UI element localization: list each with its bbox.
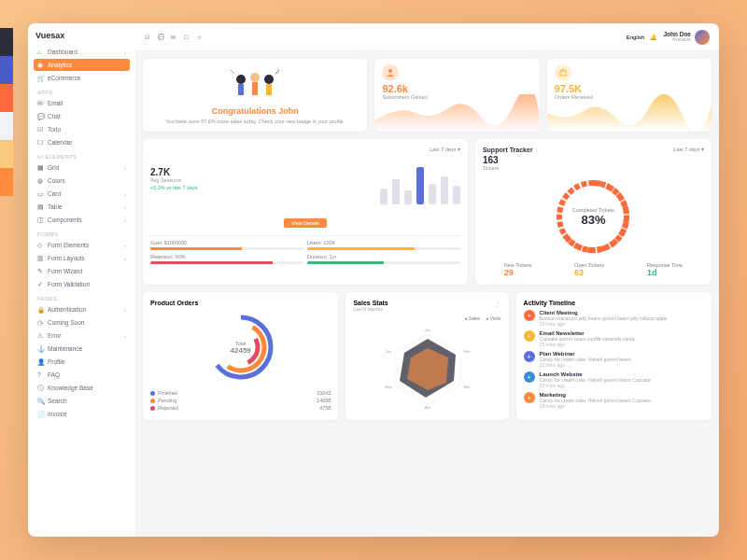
sidebar-item-components[interactable]: ◫Components› [34,214,130,226]
metric: Duration: 1yr [307,254,460,264]
orders-title: Product Orders [150,300,331,306]
timeline-dot-icon: + [524,330,535,342]
svg-line-6 [231,70,234,74]
tracker-tickets: 163 [483,155,704,165]
sidebar-item-invoice[interactable]: 📄Invoice [34,408,130,420]
svg-text:Jan: Jan [424,328,430,332]
timeline-item: +MarketingCandy ice cream cake. Halvah g… [524,392,704,409]
card-icon: ▭ [37,190,44,197]
mail-icon[interactable]: ✉ [171,34,178,41]
valid-icon: ✓ [37,281,44,287]
sidebar-item-calendar[interactable]: ☐Calendar [34,136,130,148]
metric: Users: 100K [307,240,460,250]
sidebar-item-profile[interactable]: 👤Profile [34,356,130,368]
sidebar-item-maintenance[interactable]: ⚓Maintenance [34,343,130,355]
svg-text:Jun: Jun [385,349,390,354]
avg-value: 2.7K [150,167,198,177]
anchor-icon: ⚓ [37,345,44,352]
home-icon: ⌂ [37,49,44,55]
legend-row: Finished23043 [150,390,331,396]
sidebar-item-email[interactable]: ✉Email [34,97,130,109]
sidebar-item-search[interactable]: 🔍Search [34,395,130,407]
sidebar-item-faq[interactable]: ?FAQ [34,369,130,381]
avg-bar-chart [380,158,460,204]
chat-icon[interactable]: 💬 [158,34,165,41]
activity-icon: ◉ [37,62,44,68]
sidebar-item-analytics[interactable]: ◉Analytics [34,59,130,71]
timeline-item: +Plan WebinarCandy ice cream cake. Halva… [524,351,704,368]
legend-row: Pending14658 [150,398,331,403]
orders-card: 97.5K Orders Received [547,59,712,132]
brand-logo: Vuesax [34,31,130,40]
user-menu[interactable]: John Doe Available [663,30,710,45]
sidebar: Vuesax ⌂Dashboard›◉Analytics🛒eCommerce A… [28,23,135,537]
chevron-icon: › [124,333,126,339]
sidebar-item-form-wizard[interactable]: ✎Form Wizard [34,265,130,277]
activity-timeline-card: Activity Timeline +Client MeetingBonbon … [516,292,712,420]
view-details-button[interactable]: View Details [284,218,327,228]
sidebar-item-authentication[interactable]: 🔒Authentication› [34,303,130,315]
timeline-dot-icon: + [524,351,535,362]
sidebar-item-form-layouts[interactable]: ▥Form Layouts› [34,252,130,264]
lock-icon: 🔒 [37,306,44,313]
sidebar-item-table[interactable]: ▤Table› [34,201,130,213]
svg-point-2 [250,73,260,82]
table-icon: ▤ [37,203,44,210]
sidebar-item-card[interactable]: ▭Card› [34,188,130,200]
sidebar-item-grid[interactable]: ▦Grid› [34,161,130,174]
chevron-icon: › [124,217,126,223]
congrats-title: Congratulations John [212,106,299,116]
grid-icon: ▦ [37,164,44,171]
gauge-value: 83% [581,213,605,227]
bell-icon[interactable]: 🔔 [650,34,657,41]
congrats-card: Congratulations John You have done 57.6%… [143,59,367,132]
package-icon [555,64,571,81]
section-label: PAGES [37,296,130,301]
sidebar-item-todo[interactable]: ☑Todo [34,123,130,135]
sidebar-item-form-elements[interactable]: ◇Form Elements› [34,239,130,251]
svg-rect-9 [560,71,566,76]
sidebar-item-error[interactable]: ⚠Error› [34,329,130,342]
help-icon: ? [37,371,44,378]
tracker-dropdown[interactable]: Last 7 days ▾ [673,147,704,153]
metric: Retention: 90% [150,254,303,264]
svg-point-4 [264,75,274,84]
sidebar-item-dashboard[interactable]: ⌂Dashboard› [34,46,130,58]
tracker-gauge: Completed Tickets 83% [551,175,635,259]
section-label: UI ELEMENTS [37,154,130,160]
orders-sparkline [547,94,712,132]
avg-dropdown[interactable]: Last 7 days ▾ [380,147,460,152]
sidebar-item-form-validation[interactable]: ✓Form Validation [34,278,130,290]
check-icon[interactable]: ☑ [145,34,152,41]
chevron-icon: › [124,256,126,261]
sidebar-item-coming-soon[interactable]: ◷Coming Soon [34,316,130,329]
orders-donut: Total 42459 [204,310,278,385]
sidebar-item-chat[interactable]: 💬Chat [34,110,130,122]
mail-icon: ✉ [37,100,44,106]
tracker-tickets-label: Tickets [483,165,704,171]
tracker-stat: Open Tickets63 [574,262,604,277]
product-orders-card: Product Orders Total 42459 Finished23043… [143,292,338,420]
search-icon: 🔍 [37,398,44,404]
topbar: ☑ 💬 ✉ ☐ ☆ English 🔔 John Doe Available [135,23,719,51]
star-icon[interactable]: ☆ [197,34,204,41]
donut-total: 42459 [231,346,251,355]
calendar-icon[interactable]: ☐ [184,34,191,41]
chevron-icon: › [124,49,126,55]
sales-title: Sales Stats [353,300,388,306]
chevron-icon: › [124,165,126,171]
user-icon: 👤 [37,358,44,365]
alert-icon: ⚠ [37,332,44,339]
sidebar-item-colors[interactable]: ◍Colors [34,175,130,187]
sidebar-item-ecommerce[interactable]: 🛒eCommerce [34,72,130,84]
avg-delta: +5.2% vs last 7 days [150,185,198,190]
sidebar-item-knowledge-base[interactable]: ⓘKnowledge Base [34,382,130,394]
wizard-icon: ✎ [37,268,44,274]
box-icon: ◫ [37,217,44,223]
clock-icon: ◷ [37,319,44,326]
more-icon[interactable]: ⋮ [494,300,501,315]
language-selector[interactable]: English [627,35,645,40]
svg-text:Apr: Apr [424,405,430,409]
orders-value: 97.5K [555,83,704,94]
svg-point-8 [388,69,392,73]
